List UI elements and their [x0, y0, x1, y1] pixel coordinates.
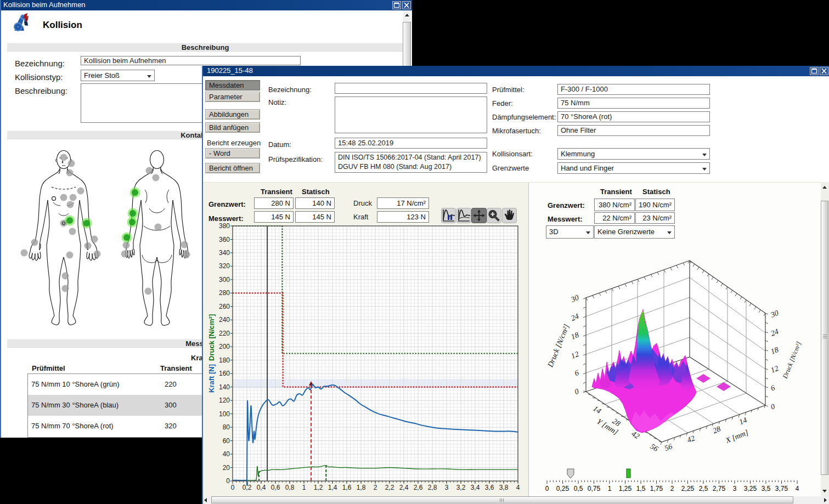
svg-text:1: 1: [608, 485, 612, 492]
svg-text:1,25: 1,25: [619, 485, 632, 492]
svg-text:1,75: 1,75: [650, 485, 663, 492]
svg-text:2: 2: [670, 485, 674, 492]
svg-text:2,25: 2,25: [681, 485, 695, 492]
svg-text:0,5: 0,5: [574, 485, 583, 492]
svg-text:1,5: 1,5: [636, 485, 646, 492]
svg-text:2,5: 2,5: [699, 485, 708, 492]
svg-text:0: 0: [545, 485, 549, 492]
svg-text:3: 3: [733, 485, 737, 492]
svg-text:3,25: 3,25: [744, 485, 757, 492]
svg-text:3,5: 3,5: [762, 485, 771, 492]
svg-text:0,75: 0,75: [588, 485, 601, 492]
svg-text:3,75: 3,75: [775, 485, 788, 492]
svg-text:4: 4: [796, 485, 799, 492]
svg-text:2,75: 2,75: [713, 485, 726, 492]
svg-text:0,25: 0,25: [556, 485, 569, 492]
